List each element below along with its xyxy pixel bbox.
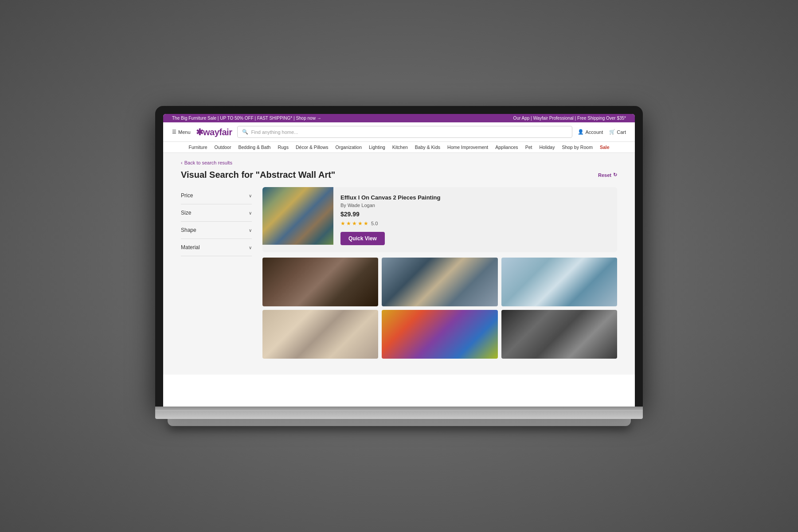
filter-shape-label: Shape: [181, 227, 196, 233]
chevron-down-icon: ∨: [249, 211, 252, 215]
nav-item-appliances[interactable]: Appliances: [495, 145, 518, 150]
filter-size[interactable]: Size ∨: [181, 204, 252, 222]
products-grid: Efflux I On Canvas 2 Pieces Painting By …: [262, 187, 617, 362]
site-logo[interactable]: ✱wayfair: [196, 127, 232, 137]
product-grid-item[interactable]: [501, 258, 617, 306]
nav-item-pet[interactable]: Pet: [525, 145, 532, 150]
product-grid-item[interactable]: [262, 258, 378, 306]
hamburger-icon: ☰: [172, 129, 176, 135]
laptop-screen: The Big Furniture Sale | UP TO 50% OFF |…: [163, 114, 635, 407]
header-actions: 👤 Account 🛒 Cart: [578, 129, 626, 135]
menu-label: Menu: [178, 129, 191, 135]
nav-item-home-improvement[interactable]: Home Improvement: [447, 145, 488, 150]
nav-item-baby[interactable]: Baby & Kids: [415, 145, 440, 150]
product-grid-item[interactable]: [382, 310, 497, 359]
back-to-search-link[interactable]: ‹ Back to search results: [181, 160, 617, 165]
search-bar[interactable]: 🔍 Find anything home...: [237, 126, 572, 138]
filter-shape[interactable]: Shape ∨: [181, 222, 252, 239]
refresh-icon: ↻: [613, 172, 617, 178]
filter-size-label: Size: [181, 210, 191, 216]
featured-product-info: Efflux I On Canvas 2 Pieces Painting By …: [333, 187, 617, 252]
star-5: ★: [364, 220, 368, 227]
main-content: ‹ Back to search results Visual Search f…: [163, 153, 635, 375]
back-label: Back to search results: [184, 160, 232, 165]
chevron-down-icon: ∨: [249, 228, 252, 233]
star-2: ★: [346, 220, 351, 227]
star-3: ★: [352, 220, 357, 227]
nav-item-kitchen[interactable]: Kitchen: [392, 145, 408, 150]
promo-right: Our App | Wayfair Professional | Free Sh…: [513, 116, 626, 121]
product-grid-row-1: [262, 258, 617, 306]
reset-label: Reset: [598, 172, 611, 178]
nav-item-rugs[interactable]: Rugs: [278, 145, 289, 150]
nav-item-shop-by-room[interactable]: Shop by Room: [562, 145, 592, 150]
account-icon: 👤: [578, 129, 584, 135]
filter-material[interactable]: Material ∨: [181, 239, 252, 256]
nav-item-organization[interactable]: Organization: [335, 145, 362, 150]
filter-price[interactable]: Price ∨: [181, 187, 252, 204]
cart-icon: 🛒: [609, 129, 615, 135]
filter-price-label: Price: [181, 192, 193, 199]
reset-button[interactable]: Reset ↻: [598, 172, 617, 178]
star-1: ★: [340, 220, 345, 227]
product-grid-item[interactable]: [501, 310, 617, 359]
search-placeholder: Find anything home...: [251, 129, 298, 135]
nav-item-holiday[interactable]: Holiday: [539, 145, 555, 150]
product-rating: ★ ★ ★ ★ ★ 5.0: [340, 220, 610, 227]
nav-item-furniture[interactable]: Furniture: [188, 145, 207, 150]
product-grid-item[interactable]: [382, 258, 497, 306]
account-button[interactable]: 👤 Account: [578, 129, 603, 135]
chevron-down-icon: ∨: [249, 193, 252, 198]
nav-bar: Furniture Outdoor Bedding & Bath Rugs Dé…: [163, 142, 635, 153]
search-icon: 🔍: [242, 129, 248, 135]
chevron-down-icon: ∨: [249, 245, 252, 250]
product-grid-row-2: [262, 310, 617, 359]
product-price: $29.99: [340, 211, 610, 218]
product-grid-item[interactable]: [262, 310, 378, 359]
title-prefix: Visual Search for: [181, 170, 256, 180]
nav-item-lighting[interactable]: Lighting: [369, 145, 385, 150]
cart-button[interactable]: 🛒 Cart: [609, 129, 626, 135]
logo-icon: ✱: [196, 127, 203, 137]
title-query: "Abstract Wall Art": [256, 170, 336, 180]
filters-panel: Price ∨ Size ∨ Shape ∨ Material: [181, 187, 252, 362]
promo-left: The Big Furniture Sale | UP TO 50% OFF |…: [172, 116, 321, 121]
promo-bar: The Big Furniture Sale | UP TO 50% OFF |…: [163, 114, 635, 122]
content-layout: Price ∨ Size ∨ Shape ∨ Material: [181, 187, 617, 362]
featured-product-card: Efflux I On Canvas 2 Pieces Painting By …: [262, 187, 617, 252]
page-title-bar: Visual Search for "Abstract Wall Art" Re…: [181, 170, 617, 180]
product-name[interactable]: Efflux I On Canvas 2 Pieces Painting: [340, 194, 610, 201]
star-4: ★: [358, 220, 363, 227]
nav-item-bedding[interactable]: Bedding & Bath: [238, 145, 270, 150]
site-header: ☰ Menu ✱wayfair 🔍 Find anything home... …: [163, 122, 635, 142]
filter-material-label: Material: [181, 244, 200, 250]
quick-view-button[interactable]: Quick View: [340, 232, 385, 245]
product-brand: By Wade Logan: [340, 203, 610, 208]
menu-button[interactable]: ☰ Menu: [172, 129, 191, 135]
nav-item-outdoor[interactable]: Outdoor: [215, 145, 231, 150]
featured-product-image[interactable]: [262, 187, 333, 245]
rating-count: 5.0: [371, 221, 378, 226]
cart-label: Cart: [617, 129, 626, 135]
page-title-text: Visual Search for "Abstract Wall Art": [181, 170, 335, 180]
account-label: Account: [585, 129, 603, 135]
nav-item-sale[interactable]: Sale: [600, 145, 610, 150]
chevron-left-icon: ‹: [181, 160, 183, 165]
nav-item-decor[interactable]: Décor & Pillows: [296, 145, 329, 150]
